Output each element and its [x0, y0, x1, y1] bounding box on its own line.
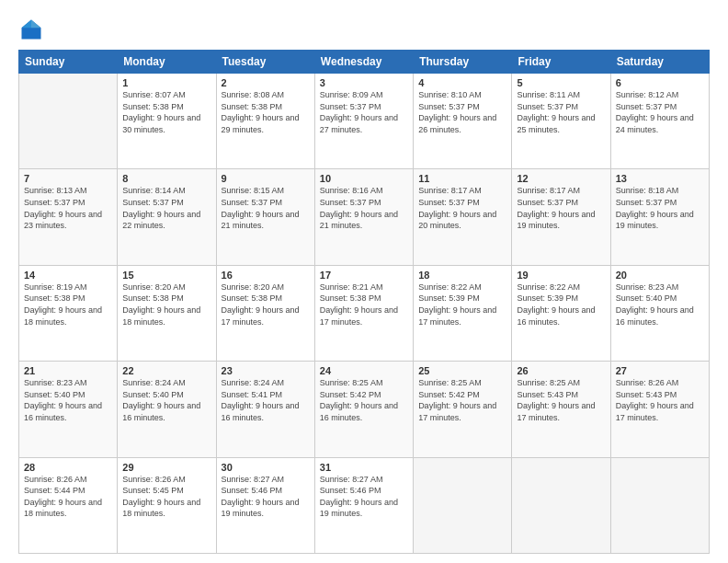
day-number: 17: [320, 270, 408, 281]
calendar-cell: 24Sunrise: 8:25 AMSunset: 5:42 PMDayligh…: [314, 362, 413, 457]
calendar-cell: 11Sunrise: 8:17 AMSunset: 5:37 PMDayligh…: [414, 169, 512, 265]
day-number: 9: [222, 173, 310, 184]
day-info: Sunrise: 8:11 AMSunset: 5:37 PMDaylight:…: [517, 89, 605, 135]
day-info: Sunrise: 8:18 AMSunset: 5:37 PMDaylight:…: [616, 185, 704, 231]
day-info: Sunrise: 8:25 AMSunset: 5:42 PMDaylight:…: [320, 377, 408, 423]
day-info: Sunrise: 8:22 AMSunset: 5:39 PMDaylight:…: [418, 282, 506, 327]
day-info: Sunrise: 8:22 AMSunset: 5:39 PMDaylight:…: [517, 282, 605, 327]
calendar-table: SundayMondayTuesdayWednesdayThursdayFrid…: [18, 50, 710, 554]
day-number: 22: [122, 365, 210, 376]
day-info: Sunrise: 8:20 AMSunset: 5:38 PMDaylight:…: [122, 282, 210, 327]
day-info: Sunrise: 8:20 AMSunset: 5:38 PMDaylight:…: [222, 282, 310, 327]
day-number: 8: [122, 173, 210, 184]
logo: [18, 17, 48, 42]
day-info: Sunrise: 8:16 AMSunset: 5:37 PMDaylight:…: [320, 185, 408, 231]
day-number: 5: [517, 77, 605, 88]
calendar-cell: 12Sunrise: 8:17 AMSunset: 5:37 PMDayligh…: [512, 169, 610, 265]
day-info: Sunrise: 8:26 AMSunset: 5:45 PMDaylight:…: [122, 474, 210, 520]
day-header-sunday: Sunday: [19, 51, 118, 74]
calendar-cell: 28Sunrise: 8:26 AMSunset: 5:44 PMDayligh…: [19, 457, 118, 553]
calendar-cell: 20Sunrise: 8:23 AMSunset: 5:40 PMDayligh…: [610, 265, 709, 361]
day-info: Sunrise: 8:09 AMSunset: 5:37 PMDaylight:…: [320, 89, 408, 135]
day-number: 4: [418, 77, 506, 88]
day-info: Sunrise: 8:26 AMSunset: 5:44 PMDaylight:…: [24, 474, 112, 520]
day-header-wednesday: Wednesday: [314, 51, 413, 74]
svg-marker-1: [31, 20, 41, 29]
day-number: 29: [122, 462, 210, 473]
svg-marker-2: [22, 20, 32, 29]
calendar-cell: 19Sunrise: 8:22 AMSunset: 5:39 PMDayligh…: [512, 265, 610, 361]
calendar-cell: 2Sunrise: 8:08 AMSunset: 5:38 PMDaylight…: [216, 74, 314, 169]
calendar-cell: 6Sunrise: 8:12 AMSunset: 5:37 PMDaylight…: [610, 74, 709, 169]
calendar-cell: 5Sunrise: 8:11 AMSunset: 5:37 PMDaylight…: [512, 74, 610, 169]
calendar-cell: 1Sunrise: 8:07 AMSunset: 5:38 PMDaylight…: [118, 74, 216, 169]
day-info: Sunrise: 8:25 AMSunset: 5:42 PMDaylight:…: [418, 377, 506, 423]
day-info: Sunrise: 8:23 AMSunset: 5:40 PMDaylight:…: [616, 282, 704, 327]
day-number: 16: [222, 270, 310, 281]
day-number: 31: [320, 462, 408, 473]
header: [18, 17, 710, 42]
calendar-cell: [19, 74, 118, 169]
day-info: Sunrise: 8:23 AMSunset: 5:40 PMDaylight:…: [24, 377, 112, 423]
day-info: Sunrise: 8:07 AMSunset: 5:38 PMDaylight:…: [122, 89, 210, 135]
logo-icon: [18, 17, 44, 42]
calendar-cell: [610, 457, 709, 553]
page: SundayMondayTuesdayWednesdayThursdayFrid…: [0, 0, 728, 563]
calendar-cell: 30Sunrise: 8:27 AMSunset: 5:46 PMDayligh…: [216, 457, 314, 553]
calendar-cell: [414, 457, 512, 553]
day-header-thursday: Thursday: [414, 51, 512, 74]
calendar-cell: 3Sunrise: 8:09 AMSunset: 5:37 PMDaylight…: [314, 74, 413, 169]
day-info: Sunrise: 8:24 AMSunset: 5:40 PMDaylight:…: [122, 377, 210, 423]
calendar-cell: 23Sunrise: 8:24 AMSunset: 5:41 PMDayligh…: [216, 362, 314, 457]
day-info: Sunrise: 8:24 AMSunset: 5:41 PMDaylight:…: [222, 377, 310, 423]
calendar-cell: 25Sunrise: 8:25 AMSunset: 5:42 PMDayligh…: [414, 362, 512, 457]
day-header-friday: Friday: [512, 51, 610, 74]
calendar-cell: 31Sunrise: 8:27 AMSunset: 5:46 PMDayligh…: [314, 457, 413, 553]
day-number: 2: [222, 77, 310, 88]
day-number: 6: [616, 77, 704, 88]
calendar-header-row: SundayMondayTuesdayWednesdayThursdayFrid…: [19, 51, 710, 74]
day-number: 21: [24, 365, 112, 376]
calendar-cell: [512, 457, 610, 553]
day-info: Sunrise: 8:13 AMSunset: 5:37 PMDaylight:…: [24, 185, 112, 231]
calendar-cell: 22Sunrise: 8:24 AMSunset: 5:40 PMDayligh…: [118, 362, 216, 457]
day-info: Sunrise: 8:25 AMSunset: 5:43 PMDaylight:…: [517, 377, 605, 423]
day-number: 19: [517, 270, 605, 281]
calendar-cell: 21Sunrise: 8:23 AMSunset: 5:40 PMDayligh…: [19, 362, 118, 457]
day-info: Sunrise: 8:21 AMSunset: 5:38 PMDaylight:…: [320, 282, 408, 327]
calendar-cell: 29Sunrise: 8:26 AMSunset: 5:45 PMDayligh…: [118, 457, 216, 553]
calendar-week-row: 14Sunrise: 8:19 AMSunset: 5:38 PMDayligh…: [19, 265, 710, 361]
day-number: 11: [418, 173, 506, 184]
calendar-week-row: 1Sunrise: 8:07 AMSunset: 5:38 PMDaylight…: [19, 74, 710, 169]
calendar-cell: 4Sunrise: 8:10 AMSunset: 5:37 PMDaylight…: [414, 74, 512, 169]
day-info: Sunrise: 8:17 AMSunset: 5:37 PMDaylight:…: [517, 185, 605, 231]
day-number: 3: [320, 77, 408, 88]
day-number: 25: [418, 365, 506, 376]
day-number: 18: [418, 270, 506, 281]
calendar-cell: 9Sunrise: 8:15 AMSunset: 5:37 PMDaylight…: [216, 169, 314, 265]
calendar-cell: 13Sunrise: 8:18 AMSunset: 5:37 PMDayligh…: [610, 169, 709, 265]
day-number: 26: [517, 365, 605, 376]
calendar-week-row: 7Sunrise: 8:13 AMSunset: 5:37 PMDaylight…: [19, 169, 710, 265]
day-info: Sunrise: 8:10 AMSunset: 5:37 PMDaylight:…: [418, 89, 506, 135]
day-number: 28: [24, 462, 112, 473]
calendar-week-row: 28Sunrise: 8:26 AMSunset: 5:44 PMDayligh…: [19, 457, 710, 553]
day-header-monday: Monday: [118, 51, 216, 74]
day-info: Sunrise: 8:14 AMSunset: 5:37 PMDaylight:…: [122, 185, 210, 231]
day-number: 20: [616, 270, 704, 281]
day-number: 15: [122, 270, 210, 281]
day-number: 23: [222, 365, 310, 376]
day-number: 14: [24, 270, 112, 281]
day-info: Sunrise: 8:27 AMSunset: 5:46 PMDaylight:…: [222, 474, 310, 520]
day-info: Sunrise: 8:08 AMSunset: 5:38 PMDaylight:…: [222, 89, 310, 135]
day-number: 12: [517, 173, 605, 184]
day-number: 13: [616, 173, 704, 184]
day-info: Sunrise: 8:12 AMSunset: 5:37 PMDaylight:…: [616, 89, 704, 135]
calendar-week-row: 21Sunrise: 8:23 AMSunset: 5:40 PMDayligh…: [19, 362, 710, 457]
day-number: 10: [320, 173, 408, 184]
calendar-cell: 16Sunrise: 8:20 AMSunset: 5:38 PMDayligh…: [216, 265, 314, 361]
calendar-cell: 27Sunrise: 8:26 AMSunset: 5:43 PMDayligh…: [610, 362, 709, 457]
day-number: 27: [616, 365, 704, 376]
day-number: 30: [222, 462, 310, 473]
day-info: Sunrise: 8:26 AMSunset: 5:43 PMDaylight:…: [616, 377, 704, 423]
